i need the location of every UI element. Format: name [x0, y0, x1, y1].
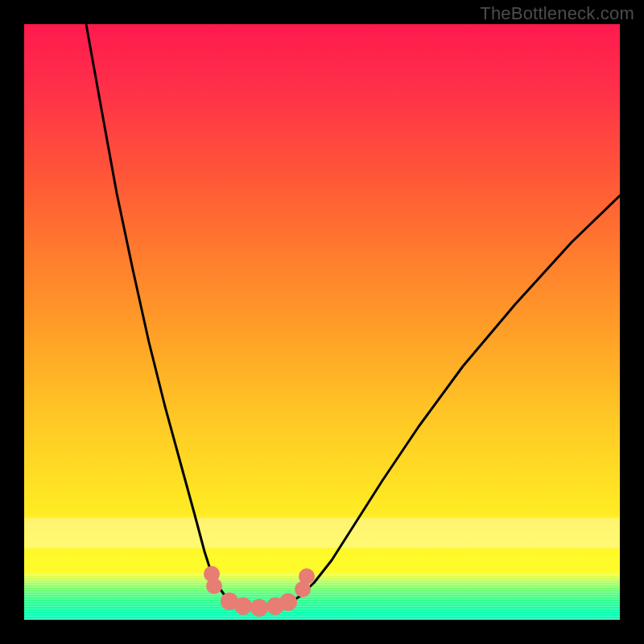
watermark-text: TheBottleneck.com [480, 3, 634, 24]
trough-marker [206, 578, 222, 594]
chart-frame: TheBottleneck.com [0, 0, 644, 644]
trough-marker [250, 599, 268, 617]
curve-layer [24, 24, 620, 620]
trough-marker [279, 593, 297, 611]
curve-group [86, 24, 620, 607]
plot-area [24, 24, 620, 620]
bottleneck-curve [86, 24, 620, 607]
trough-marker [299, 568, 315, 584]
trough-marker [234, 597, 252, 615]
